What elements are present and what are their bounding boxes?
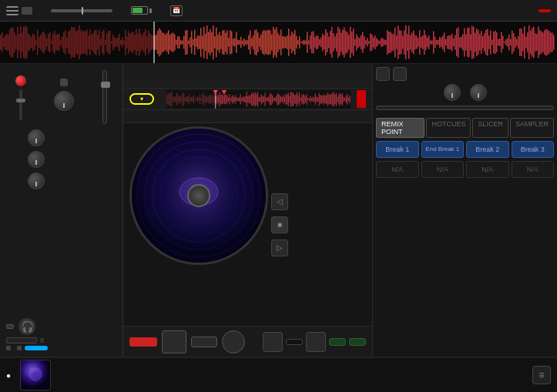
svg-rect-133 [203,27,205,59]
filter-down-btn[interactable] [6,346,11,350]
tc-btn-2[interactable]: ▷ [271,240,288,256]
svg-rect-445 [267,97,268,102]
beat-row [3,173,119,189]
scratch-fader[interactable] [19,89,22,120]
small-btn-1[interactable] [60,79,68,86]
sync-button[interactable] [191,337,217,347]
svg-rect-291 [447,36,448,49]
svg-rect-254 [390,32,391,53]
loop-in-button[interactable] [329,338,346,346]
pad-na3[interactable]: N/A [466,161,509,178]
svg-rect-294 [451,34,453,52]
pad-break1[interactable]: Break 1 [376,141,419,158]
svg-rect-11 [15,35,17,49]
svg-rect-432 [251,93,252,106]
svg-rect-321 [493,32,495,53]
svg-rect-395 [206,95,206,103]
str-knob[interactable] [444,84,461,101]
fx-minus-button[interactable] [393,67,407,81]
fx-dropdown[interactable] [376,106,554,110]
svg-rect-189 [290,35,291,49]
fx-plus-button[interactable] [376,67,390,81]
svg-rect-471 [299,92,300,106]
cue-button[interactable] [129,337,157,347]
headphone-button[interactable]: 🎧 [18,318,35,335]
instru-knob[interactable] [28,151,45,168]
loop-out-button[interactable] [349,338,366,346]
view-icon[interactable] [22,7,32,15]
svg-rect-376 [183,92,183,106]
main-area: 🎧 8 ▾ [0,64,557,357]
pad-break2[interactable]: Break 2 [466,141,509,158]
svg-rect-215 [330,31,331,53]
loop-next-btn[interactable] [306,332,326,352]
svg-rect-271 [416,36,418,49]
record-button[interactable] [222,330,245,353]
beat-knob[interactable] [28,173,45,189]
svg-rect-56 [85,32,86,54]
pad-tab-slicer[interactable]: SLICER [472,118,508,138]
svg-rect-468 [295,95,296,104]
x-fx-button[interactable] [6,324,14,329]
gain-knob[interactable] [54,91,74,111]
track-thumbnail[interactable] [20,360,51,390]
pad-na4[interactable]: N/A [512,161,555,178]
pad-grid-row1: Break 1 End Break 1 Break 2 Break 3 [376,141,554,158]
svg-rect-266 [408,26,410,59]
eq-bar[interactable] [6,337,37,343]
svg-rect-89 [136,29,137,55]
svg-rect-320 [492,40,493,45]
svg-rect-234 [359,39,361,47]
tc-btn-1[interactable]: ◁ [271,193,288,210]
svg-rect-72 [109,31,111,54]
svg-rect-444 [266,97,267,100]
pad-na2[interactable]: N/A [421,161,465,178]
turntable-controls: ◁ ■ ▷ [268,126,291,323]
svg-rect-162 [248,35,250,50]
waveform-area: // Will be generated inline via JS below [0,22,557,64]
waveform-mini[interactable] [166,90,351,109]
svg-rect-410 [224,95,225,104]
loop-prev-btn[interactable] [263,332,283,352]
pad-end-break1[interactable]: End Break 1 [421,141,465,158]
svg-rect-93 [142,35,143,50]
svg-rect-250 [384,39,385,45]
loop-nav [263,332,366,352]
filter-bar[interactable] [25,346,48,350]
gear-icon[interactable] [189,5,201,17]
tc-stop-btn[interactable]: ■ [271,216,288,233]
size-knob[interactable] [470,84,487,101]
loop-value [286,339,303,345]
pad-tab-remix[interactable]: REMIX POINT [376,118,424,138]
vocal-knob[interactable] [28,129,45,146]
svg-rect-508 [344,98,345,100]
svg-rect-420 [237,97,237,100]
menu-icon[interactable] [6,6,18,15]
pad-na1[interactable]: N/A [376,161,419,178]
pad-tab-sampler[interactable]: SAMPLER [510,118,554,138]
svg-rect-509 [346,95,347,102]
svg-rect-452 [276,96,277,102]
pad-tab-hotcues[interactable]: HOTCUES [426,118,471,138]
svg-rect-171 [262,31,263,53]
svg-rect-73 [111,41,112,43]
play-button[interactable] [162,330,186,353]
svg-rect-285 [438,40,439,45]
svg-rect-177 [271,35,273,51]
key-display[interactable]: ▾ [129,93,154,105]
svg-rect-512 [349,95,350,103]
svg-rect-95 [145,29,146,56]
playlist-button[interactable]: ≡ [532,366,551,384]
master-fader[interactable] [102,70,107,124]
svg-rect-159 [243,39,245,46]
svg-rect-399 [210,95,211,103]
svg-rect-245 [376,38,377,46]
filter-up-btn[interactable] [17,346,22,350]
pad-break3[interactable]: Break 3 [512,141,555,158]
master-slider[interactable] [51,9,112,12]
svg-rect-347 [533,27,535,59]
svg-rect-268 [411,33,413,52]
calendar-icon[interactable]: 📅 [170,5,183,16]
turntable[interactable] [129,126,268,265]
svg-rect-459 [284,96,285,102]
